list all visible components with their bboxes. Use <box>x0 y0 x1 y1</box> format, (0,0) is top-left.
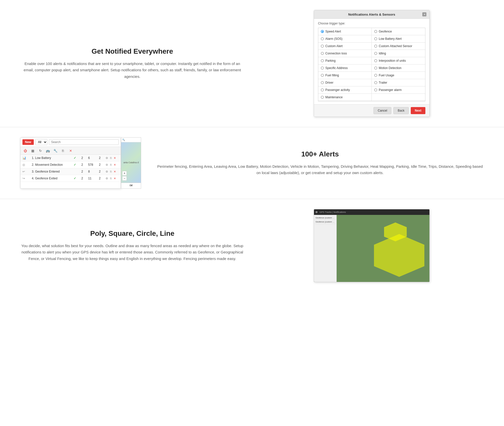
radio-connection-loss <box>321 52 324 55</box>
option-specific-address[interactable]: Specific Address <box>318 64 372 72</box>
table-row[interactable]: 📊 1. Low Battery ✓ 2 6 2 ⚙ ⎘ ✕ <box>20 155 121 161</box>
modal-titlebar: Notifications Alerts & Sensors ✕ <box>314 10 429 19</box>
next-button[interactable]: Next <box>411 107 425 114</box>
map-layer-icon[interactable]: 🗺 <box>121 183 141 188</box>
radio-idling <box>374 52 377 55</box>
section-notified-title: Get Notified Everywhere <box>20 47 244 55</box>
option-parking[interactable]: Parking <box>318 57 372 64</box>
grid-icon[interactable]: ▦ <box>30 148 36 153</box>
wrench-icon[interactable]: 🔧 <box>53 148 58 153</box>
alert-icon-cell: ↩ <box>20 168 30 175</box>
section-alerts-title: 100+ Alerts <box>156 150 484 158</box>
alert-check-cell <box>72 168 79 175</box>
alerts-table: 📊 1. Low Battery ✓ 2 6 2 ⚙ ⎘ ✕ ◎ <box>20 155 121 182</box>
option-alarm-sos[interactable]: Alarm (SOS) <box>318 35 372 43</box>
option-motion-detection[interactable]: Motion Detection <box>372 64 425 72</box>
topbar-indicator <box>316 211 318 213</box>
refresh-icon[interactable]: ↻ <box>38 148 43 153</box>
zoom-in-button[interactable]: + <box>122 171 127 176</box>
alert-actions: ⚙ ⎘ ✕ <box>104 168 121 175</box>
option-custom-sensor[interactable]: Custom Attached Sensor <box>372 43 425 50</box>
radio-passenger-alarm <box>374 88 377 91</box>
radio-parking <box>321 59 324 62</box>
alerts-icons-bar: ⏻ ▦ ↻ 🚌 🔧 ⎘ ✕ <box>20 147 121 155</box>
alert-col3: 2 <box>97 175 104 182</box>
option-trailer[interactable]: Trailer <box>372 79 425 86</box>
radio-driver <box>321 81 324 84</box>
alert-col2: 6 <box>86 155 97 161</box>
section-notified-image: Notifications Alerts & Sensors ✕ Choose … <box>260 10 484 117</box>
option-low-battery[interactable]: Low Battery Alert <box>372 35 425 43</box>
geofence-topbar: GPS Tracks | Notifications <box>314 209 429 215</box>
zoom-out-button[interactable]: − <box>122 176 127 181</box>
alert-col3: 2 <box>97 155 104 161</box>
alert-icon-cell: ↪ <box>20 175 30 182</box>
modal-title: Notifications Alerts & Sensors <box>321 13 422 16</box>
option-interposition[interactable]: Interposition of units <box>372 57 425 64</box>
geofence-sidebar: Geofence (custom poly) Geofence (custom … <box>314 215 337 282</box>
alert-col1: 2 <box>79 175 86 182</box>
radio-trailer <box>374 81 377 84</box>
option-empty <box>372 94 425 101</box>
power-icon[interactable]: ⏻ <box>22 148 28 153</box>
option-driver[interactable]: Driver <box>318 79 372 86</box>
section-alerts: New All ⏻ ▦ ↻ 🚌 🔧 ⎘ ✕ 📊 1. Low B <box>0 127 504 199</box>
alert-name-cell: 2. Movement Detection <box>30 161 72 168</box>
bus-icon[interactable]: 🚌 <box>45 148 51 153</box>
option-passenger-alarm[interactable]: Passenger alarm <box>372 86 425 94</box>
alert-col1: 2 <box>79 168 86 175</box>
option-geofence[interactable]: Geofence <box>372 28 425 35</box>
option-custom-alert[interactable]: Custom Alert <box>318 43 372 50</box>
table-row[interactable]: ↩ 3. Geofence Entered 2 8 2 ⚙ ⎘ ✕ <box>20 168 121 175</box>
cancel-button[interactable]: Cancel <box>373 107 391 114</box>
section-notified-text: Get Notified Everywhere Enable over 100 … <box>20 47 244 80</box>
radio-alarm <box>321 37 324 40</box>
alert-icon-cell: ◎ <box>20 161 30 168</box>
alert-col2: 8 <box>86 168 97 175</box>
table-row[interactable]: ↪ 4. Geofence Exited ✓ 2 11 2 ⚙ ⎘ ✕ <box>20 175 121 182</box>
section-geofence-text: Poly, Square, Circle, Line You decide, w… <box>20 230 244 262</box>
alert-col3: 2 <box>97 168 104 175</box>
sidebar-geofence-item-2[interactable]: Geofence (custom poly) <box>315 220 335 224</box>
radio-maintenance <box>321 96 324 99</box>
geofence-image: GPS Tracks | Notifications Geofence (cus… <box>260 209 484 282</box>
topbar-label: GPS Tracks | Notifications <box>320 211 346 213</box>
option-passenger-activity[interactable]: Passenger activity <box>318 86 372 94</box>
notifications-modal: Notifications Alerts & Sensors ✕ Choose … <box>314 10 430 117</box>
option-maintenance[interactable]: Maintenance <box>318 94 372 101</box>
modal-footer: Cancel Back Next <box>314 104 429 117</box>
option-speed-alert[interactable]: Speed Alert <box>318 28 372 35</box>
back-button[interactable]: Back <box>393 107 409 114</box>
radio-low-battery <box>374 37 377 40</box>
geofence-panel: GPS Tracks | Notifications Geofence (cus… <box>314 209 430 282</box>
section-alerts-description: Perimeter fencing, Entering Area, Leavin… <box>156 163 484 176</box>
radio-fuel-usage <box>374 74 377 77</box>
alert-actions: ⚙ ⎘ ✕ <box>104 161 121 168</box>
option-connection-loss[interactable]: Connection loss <box>318 50 372 57</box>
alert-name-cell: 4. Geofence Exited <box>30 175 72 182</box>
map-zoom-controls: + − <box>122 171 127 181</box>
search-input[interactable] <box>49 139 119 145</box>
section-geofence: Poly, Square, Circle, Line You decide, w… <box>0 199 504 292</box>
alert-col1: 2 <box>79 155 86 161</box>
section-notified-description: Enable over 100 alerts & notifications t… <box>20 60 244 80</box>
alert-col1: 2 <box>79 161 86 168</box>
map-location-label: anta Catalina d <box>123 161 139 164</box>
new-alert-button[interactable]: New <box>22 139 34 145</box>
section-geofence-description: You decide, what solution fits best for … <box>20 243 244 262</box>
sidebar-geofence-item-1[interactable]: Geofence (custom poly) <box>315 216 335 220</box>
option-fuel-filling[interactable]: Fuel filling <box>318 72 372 79</box>
alert-icon-cell: 📊 <box>20 155 30 161</box>
option-fuel-usage[interactable]: Fuel Usage <box>372 72 425 79</box>
option-idling[interactable]: Idling <box>372 50 425 57</box>
copy-icon[interactable]: ⎘ <box>60 148 66 153</box>
radio-fuel-filling <box>321 74 324 77</box>
modal-close-button[interactable]: ✕ <box>422 12 426 16</box>
alert-name-cell: 1. Low Battery <box>30 155 72 161</box>
filter-select[interactable]: All <box>35 139 47 145</box>
alert-name-cell: 3. Geofence Entered <box>30 168 72 175</box>
radio-interposition <box>374 59 377 62</box>
table-row[interactable]: ◎ 2. Movement Detection ✓ 2 578 2 ⚙ ⎘ ✕ <box>20 161 121 168</box>
close-icon[interactable]: ✕ <box>68 148 73 153</box>
alerts-panel: New All ⏻ ▦ ↻ 🚌 🔧 ⎘ ✕ 📊 1. Low B <box>20 137 121 189</box>
